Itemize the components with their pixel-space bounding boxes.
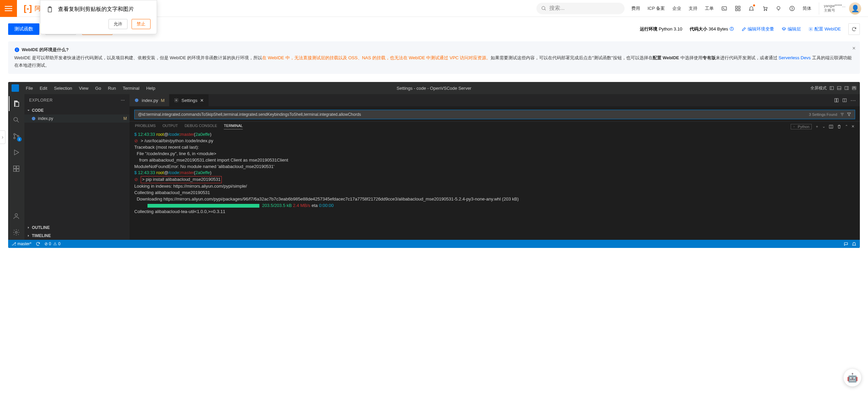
- bell-icon[interactable]: [852, 241, 856, 246]
- menu-go[interactable]: Go: [92, 86, 104, 91]
- tab-index-py[interactable]: index.py M: [130, 94, 169, 106]
- deny-button[interactable]: 禁止: [132, 19, 151, 29]
- layout-panel-icon[interactable]: [837, 86, 842, 90]
- svg-rect-1: [5, 8, 12, 9]
- activity-explorer[interactable]: [9, 96, 24, 111]
- nav-lang[interactable]: 简体: [803, 5, 811, 12]
- cloud-shell-icon[interactable]: [721, 5, 727, 12]
- menu-help[interactable]: Help: [143, 86, 159, 91]
- apps-icon[interactable]: [735, 5, 741, 12]
- refresh-button[interactable]: [848, 23, 860, 35]
- fullscreen-button[interactable]: 全屏模式: [810, 85, 827, 91]
- expand-handle[interactable]: ›: [0, 130, 5, 144]
- svg-rect-47: [835, 99, 836, 102]
- settings-search-input[interactable]: @id:terminal.integrated.commandsToSkipSh…: [134, 110, 855, 119]
- menu-toggle[interactable]: [0, 0, 17, 17]
- new-terminal-icon[interactable]: ＋: [815, 124, 819, 129]
- svg-point-46: [176, 100, 177, 101]
- svg-rect-39: [14, 169, 16, 171]
- activity-run[interactable]: [9, 145, 24, 160]
- svg-point-13: [766, 10, 767, 10]
- svg-rect-28: [845, 87, 849, 90]
- split-editor-icon[interactable]: [842, 98, 847, 103]
- terminal-dropdown-icon[interactable]: ⌄: [822, 124, 825, 129]
- file-modified-badge: M: [123, 116, 127, 121]
- filter-icon[interactable]: [840, 112, 845, 117]
- help-icon[interactable]: [789, 5, 795, 12]
- maximize-panel-icon[interactable]: ⌃: [845, 124, 848, 129]
- menu-selection[interactable]: Selection: [51, 86, 75, 91]
- clipboard-permission-popup: 查看复制到剪贴板的文字和图片 允许 禁止: [40, 0, 157, 34]
- runtime-info: 运行环境 Python 3.10: [640, 26, 682, 32]
- layout-right-icon[interactable]: [844, 86, 849, 90]
- file-index-py[interactable]: index.py M: [24, 114, 130, 123]
- menu-run[interactable]: Run: [104, 86, 119, 91]
- panel-debug[interactable]: DEBUG CONSOLE: [184, 124, 217, 129]
- info-icon[interactable]: [729, 26, 734, 31]
- close-icon[interactable]: ✕: [200, 98, 204, 103]
- funnel-icon[interactable]: [847, 112, 851, 117]
- split-terminal-icon[interactable]: [829, 124, 833, 129]
- panel-problems[interactable]: PROBLEMS: [135, 124, 156, 129]
- nav-support[interactable]: 支持: [689, 5, 697, 12]
- menu-edit[interactable]: Edit: [36, 86, 51, 91]
- tip-icon[interactable]: [775, 5, 782, 12]
- editor-more-icon[interactable]: ⋯: [850, 97, 856, 104]
- open-changes-icon[interactable]: [834, 98, 839, 103]
- edit-icon: [742, 27, 746, 31]
- allow-button[interactable]: 允许: [108, 19, 127, 29]
- menu-view[interactable]: View: [76, 86, 92, 91]
- activity-scm[interactable]: 1: [9, 129, 24, 144]
- close-panel-icon[interactable]: ✕: [851, 124, 854, 129]
- nav-enterprise[interactable]: 企业: [672, 5, 681, 12]
- menu-terminal[interactable]: Terminal: [119, 86, 143, 91]
- svg-rect-22: [17, 49, 17, 51]
- sync-icon[interactable]: [36, 241, 40, 246]
- panel-terminal[interactable]: TERMINAL: [224, 124, 243, 129]
- terminal-selector[interactable]: Python: [791, 124, 812, 129]
- serverless-devs-link[interactable]: Serverless Devs: [778, 55, 811, 60]
- nav-icp[interactable]: ICP 备案: [648, 5, 665, 12]
- clipboard-icon: [46, 6, 53, 13]
- sidebar-more-icon[interactable]: ⋯: [121, 98, 125, 103]
- tab-settings[interactable]: Settings ✕: [169, 94, 209, 106]
- cart-icon[interactable]: [762, 5, 768, 12]
- feedback-icon[interactable]: [844, 241, 848, 246]
- activity-account[interactable]: [9, 209, 24, 224]
- status-problems[interactable]: ⊘ 0 ⚠ 0: [44, 241, 61, 246]
- user-name: yangw*****…: [824, 4, 846, 8]
- edit-layer-link[interactable]: 编辑层: [782, 26, 801, 32]
- svg-rect-7: [722, 6, 727, 10]
- close-icon[interactable]: ✕: [852, 45, 856, 52]
- ide-menubar: File Edit Selection View Go Run Terminal…: [8, 82, 860, 94]
- svg-rect-32: [852, 88, 856, 90]
- logo-icon: [-]: [21, 2, 35, 15]
- panel-output[interactable]: OUTPUT: [162, 124, 178, 129]
- activity-extensions[interactable]: [9, 161, 24, 176]
- layout-sidebar-icon[interactable]: [829, 86, 834, 90]
- config-webide-link[interactable]: 配置 WebIDE: [808, 26, 841, 32]
- test-function-button[interactable]: 测试函数: [8, 23, 39, 35]
- layout-customize-icon[interactable]: [852, 86, 856, 90]
- outline-section[interactable]: OUTLINE: [24, 224, 130, 232]
- assistant-fab[interactable]: 🤖: [844, 369, 861, 386]
- timeline-section[interactable]: TIMELINE: [24, 232, 130, 240]
- svg-point-20: [810, 28, 811, 30]
- progress-bar: [147, 204, 259, 208]
- search-input[interactable]: 搜索...: [536, 3, 625, 14]
- webide-info-box: WebIDE 的环境是什么? WebIDE 是可以帮助开发者快速进行代码测试，以…: [8, 41, 860, 74]
- settings-found-label: 3 Settings Found: [806, 112, 837, 117]
- nav-cost[interactable]: 费用: [631, 5, 640, 12]
- python-file-icon: [31, 116, 36, 121]
- trash-icon[interactable]: [837, 124, 842, 129]
- user-menu[interactable]: yangw*****… 主账号 👤: [819, 2, 865, 15]
- edit-env-link[interactable]: 编辑环境变量: [742, 26, 774, 32]
- code-folder[interactable]: CODE: [24, 106, 130, 114]
- notifications-button[interactable]: [748, 5, 754, 12]
- menu-file[interactable]: File: [22, 86, 36, 91]
- status-branch[interactable]: ⎇ master*: [12, 241, 32, 246]
- terminal-output[interactable]: $ 12:43:33 root@/code:master(2a0effe) ⊘ …: [130, 129, 860, 240]
- activity-settings[interactable]: [9, 225, 24, 240]
- activity-search[interactable]: [9, 112, 24, 127]
- nav-workorder[interactable]: 工单: [705, 5, 714, 12]
